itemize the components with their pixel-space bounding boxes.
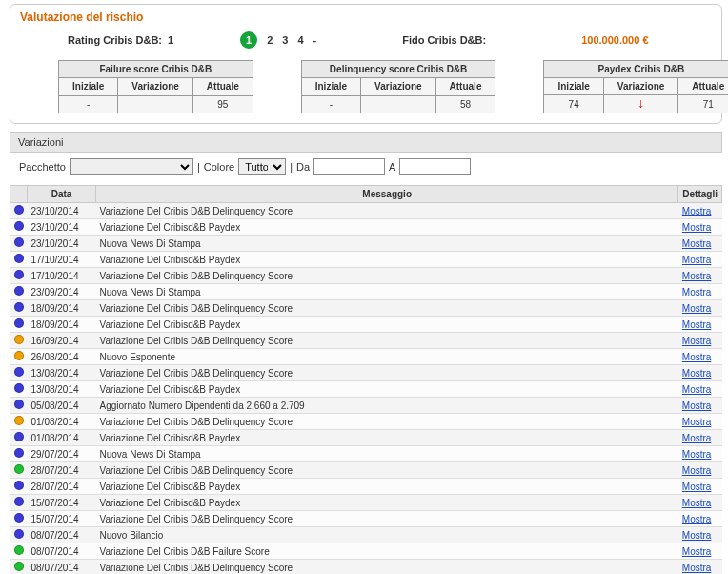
details-link[interactable]: Mostra [682, 319, 712, 330]
status-dot-icon [14, 481, 24, 490]
score-col: Variazione [118, 78, 192, 95]
status-dot-icon [14, 545, 24, 555]
row-dot [10, 365, 28, 381]
status-dot-icon [14, 318, 24, 328]
score-val: 74 [544, 95, 603, 113]
row-dot [10, 349, 28, 365]
score-title: Delinquency score Cribis D&B [301, 61, 495, 78]
details-link[interactable]: Mostra [682, 352, 712, 362]
row-date: 28/07/2014 [28, 479, 96, 495]
details-link[interactable]: Mostra [682, 384, 712, 395]
details-link[interactable]: Mostra [682, 255, 712, 265]
score-col: Attuale [192, 78, 253, 95]
row-message: Nuova News Di Stampa [96, 284, 678, 300]
th-msg[interactable]: Messaggio [96, 186, 678, 203]
score-val: 95 [192, 95, 253, 113]
status-dot-icon [14, 432, 24, 441]
table-row: 05/08/2014Aggiornato Numero Dipendenti d… [10, 398, 722, 414]
a-label: A [389, 161, 395, 173]
score-val: 58 [435, 95, 495, 113]
th-det[interactable]: Dettagli [678, 186, 722, 203]
row-date: 26/08/2014 [28, 349, 96, 365]
separator-1: | [197, 161, 200, 173]
row-dot [10, 560, 28, 575]
row-date: 01/08/2014 [28, 414, 96, 430]
table-row: 26/08/2014Nuovo EsponenteMostra [10, 349, 722, 365]
details-link[interactable]: Mostra [682, 368, 712, 379]
details-link[interactable]: Mostra [682, 498, 712, 508]
table-row: 18/09/2014Variazione Del Cribis D&B Deli… [10, 300, 722, 317]
page-1[interactable]: 1 [240, 31, 257, 49]
details-link[interactable]: Mostra [682, 417, 712, 427]
table-row: 23/10/2014Nuova News Di StampaMostra [10, 236, 722, 252]
row-message: Variazione Del Cribisd&B Paydex [96, 252, 678, 268]
data-table: Data Messaggio Dettagli 23/10/2014Variaz… [10, 185, 722, 574]
status-dot-icon [14, 351, 24, 360]
row-dot [10, 446, 28, 462]
row-dot [10, 495, 28, 511]
status-dot-icon [14, 529, 24, 539]
row-date: 13/08/2014 [28, 381, 96, 398]
table-row: 17/10/2014Variazione Del Cribisd&B Payde… [10, 252, 722, 268]
status-dot-icon [14, 237, 24, 247]
table-row: 29/07/2014Nuova News Di StampaMostra [10, 446, 722, 462]
details-link[interactable]: Mostra [682, 514, 712, 524]
row-date: 01/08/2014 [28, 430, 96, 446]
row-date: 05/08/2014 [28, 398, 96, 414]
row-message: Variazione Del Cribis D&B Delinquency Sc… [96, 462, 678, 479]
details-link[interactable]: Mostra [682, 400, 712, 411]
details-link[interactable]: Mostra [682, 287, 712, 297]
row-dot [10, 300, 28, 317]
a-input[interactable] [399, 158, 471, 175]
table-row: 17/10/2014Variazione Del Cribis D&B Deli… [10, 268, 722, 284]
table-row: 13/08/2014Variazione Del Cribis D&B Deli… [10, 365, 722, 381]
score-col: Attuale [435, 78, 495, 95]
status-dot-icon [14, 400, 24, 409]
row-message: Nuovo Bilancio [96, 527, 678, 543]
status-dot-icon [14, 562, 24, 571]
row-date: 17/10/2014 [28, 252, 96, 268]
table-row: 28/07/2014Variazione Del Cribis D&B Deli… [10, 462, 722, 479]
row-date: 29/07/2014 [28, 446, 96, 462]
page-2[interactable]: 2 [267, 34, 273, 46]
row-date: 08/07/2014 [28, 560, 96, 575]
th-data[interactable]: Data [28, 186, 96, 203]
details-link[interactable]: Mostra [682, 303, 712, 314]
da-input[interactable] [313, 158, 385, 175]
row-date: 23/10/2014 [28, 236, 96, 252]
details-link[interactable]: Mostra [682, 465, 712, 476]
row-dot [10, 236, 28, 252]
details-link[interactable]: Mostra [682, 546, 712, 557]
status-dot-icon [14, 254, 24, 263]
page-4[interactable]: 4 [297, 34, 303, 46]
fido-label: Fido Cribis D&B: [402, 34, 486, 46]
details-link[interactable]: Mostra [682, 271, 712, 281]
row-message: Nuovo Esponente [96, 349, 678, 365]
row-message: Variazione Del Cribis D&B Delinquency Sc… [96, 414, 678, 430]
row-message: Variazione Del Cribisd&B Paydex [96, 479, 678, 495]
page-3[interactable]: 3 [282, 34, 288, 46]
details-link[interactable]: Mostra [682, 482, 712, 492]
fido-value: 100.000.000 € [581, 34, 648, 46]
details-link[interactable]: Mostra [682, 336, 712, 346]
score-table: Failure score Cribis D&BInizialeVariazio… [58, 60, 253, 113]
table-row: 13/08/2014Variazione Del Cribisd&B Payde… [10, 381, 722, 398]
ratings-row: Rating Cribis D&B: 1 1 2 3 4 - Fido Crib… [20, 31, 712, 49]
row-message: Aggiornato Numero Dipendenti da 2.660 a … [96, 398, 678, 414]
row-message: Variazione Del Cribisd&B Paydex [96, 381, 678, 398]
score-val: - [59, 95, 118, 113]
row-date: 08/07/2014 [28, 527, 96, 543]
table-row: 15/07/2014Variazione Del Cribisd&B Payde… [10, 495, 722, 511]
details-link[interactable]: Mostra [682, 563, 712, 573]
details-link[interactable]: Mostra [682, 206, 712, 216]
row-date: 17/10/2014 [28, 268, 96, 284]
colore-select[interactable]: Tutto [238, 158, 286, 175]
details-link[interactable]: Mostra [682, 433, 712, 443]
pacchetto-select[interactable] [70, 158, 193, 175]
details-link[interactable]: Mostra [682, 222, 712, 233]
details-link[interactable]: Mostra [682, 449, 712, 460]
details-link[interactable]: Mostra [682, 530, 712, 541]
status-dot-icon [14, 367, 24, 377]
details-link[interactable]: Mostra [682, 238, 712, 249]
status-dot-icon [14, 497, 24, 506]
